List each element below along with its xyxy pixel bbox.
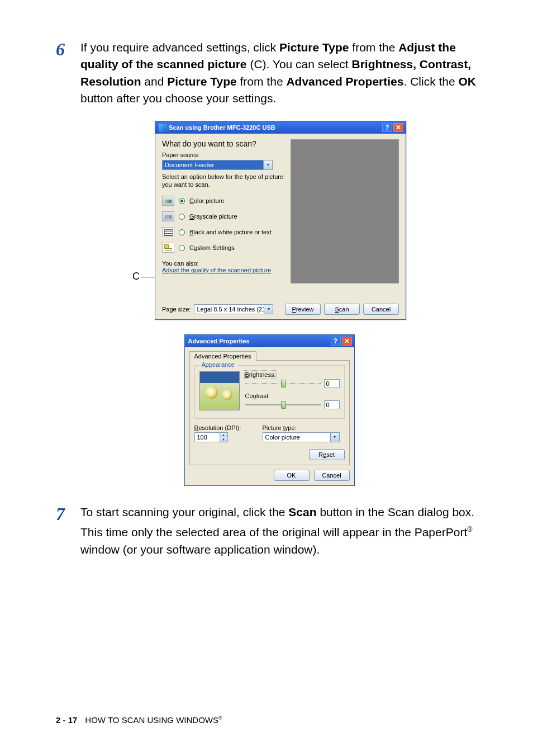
select-hint: Select an option below for the type of p… <box>162 173 284 189</box>
preview-area[interactable] <box>291 139 399 284</box>
paper-source-value: Document Feeder <box>163 160 263 169</box>
radio-color[interactable] <box>179 198 185 204</box>
picture-type-label: Picture type: <box>263 424 345 431</box>
you-can-also-label: You can also: <box>162 260 284 267</box>
appearance-group-title: Appearance <box>199 361 237 368</box>
step-6: 6 If you require advanced settings, clic… <box>56 39 483 107</box>
ok-button[interactable]: OK <box>274 470 310 481</box>
picture-type-select[interactable]: Color picture ▾ <box>263 432 340 442</box>
scan-question: What do you want to scan? <box>162 139 284 148</box>
step-6-num: 6 <box>56 39 80 58</box>
scan-dialog: Scan using Brother MFC-3220C USB ? ✕ Wha… <box>155 121 406 320</box>
radio-grayscale[interactable] <box>179 214 185 220</box>
step-7-para2: This time only the selected area of the … <box>80 524 483 558</box>
custom-settings-icon <box>162 243 174 253</box>
resolution-value: 100 <box>195 433 220 442</box>
you-can-also: You can also: Adjust the quality of the … <box>162 260 284 273</box>
appearance-thumbnail <box>199 371 240 410</box>
scan-dialog-titlebar[interactable]: Scan using Brother MFC-3220C USB ? ✕ <box>155 121 406 134</box>
stepper-down-icon[interactable]: ▼ <box>220 437 227 442</box>
brightness-label: Brightness: <box>245 371 276 378</box>
option-custom-label: Custom Settings <box>189 244 235 251</box>
radio-custom[interactable] <box>179 245 185 251</box>
section-title: HOW TO SCAN USING WINDOWS® <box>85 715 222 725</box>
figures-container: C Scan using Brother MFC-3220C USB ? ✕ W… <box>56 121 483 486</box>
page-size-label: Page size: <box>162 306 191 313</box>
contrast-slider[interactable] <box>245 401 321 409</box>
chevron-down-icon[interactable]: ▾ <box>263 160 272 169</box>
option-color[interactable]: Color picture <box>162 196 284 206</box>
option-grayscale[interactable]: Grayscale picture <box>162 211 284 221</box>
grayscale-picture-icon <box>162 211 174 221</box>
brightness-slider[interactable] <box>245 380 321 388</box>
contrast-label: Contrast: <box>245 393 340 399</box>
callout-c-label: C <box>132 271 140 282</box>
page-size-select[interactable]: Legal 8.5 x 14 inches (216 x 356 ▾ <box>194 304 273 314</box>
close-button[interactable]: ✕ <box>393 123 403 132</box>
option-bw[interactable]: Black and white picture or text <box>162 227 284 237</box>
option-custom[interactable]: Custom Settings <box>162 243 284 253</box>
scan-button[interactable]: Scan <box>324 304 360 315</box>
paper-source-select[interactable]: Document Feeder ▾ <box>162 160 273 170</box>
advanced-properties-dialog: Advanced Properties ? ✕ Advanced Propert… <box>184 334 355 486</box>
contrast-value[interactable]: 0 <box>324 400 340 409</box>
help-button[interactable]: ? <box>382 123 392 132</box>
chevron-down-icon[interactable]: ▾ <box>264 305 273 314</box>
tab-pane: Appearance Brightness: 0 <box>189 360 350 465</box>
tab-advanced-properties[interactable]: Advanced Properties <box>189 351 256 361</box>
stepper-buttons[interactable]: ▲▼ <box>220 433 227 442</box>
step-7-para1: To start scanning your original, click t… <box>80 504 483 521</box>
bw-picture-icon <box>162 227 174 237</box>
option-color-label: Color picture <box>189 197 224 204</box>
close-button[interactable]: ✕ <box>342 337 352 346</box>
adv-dialog-title: Advanced Properties <box>188 338 329 344</box>
page-footer: 2 - 17 HOW TO SCAN USING WINDOWS® <box>56 715 222 725</box>
callout-c-leader-line <box>141 277 155 277</box>
cancel-button[interactable]: Cancel <box>314 470 350 481</box>
resolution-label: Resolution (DPI): <box>194 424 253 431</box>
stepper-up-icon[interactable]: ▲ <box>220 433 227 437</box>
radio-bw[interactable] <box>179 229 185 235</box>
step-7: 7 To start scanning your original, click… <box>56 504 483 558</box>
scan-dialog-title: Scan using Brother MFC-3220C USB <box>169 124 380 131</box>
preview-button[interactable]: Preview <box>285 304 321 315</box>
page-number: 2 - 17 <box>56 715 77 725</box>
picture-type-value: Color picture <box>263 433 330 442</box>
option-grayscale-label: Grayscale picture <box>189 213 237 220</box>
reset-button[interactable]: Reset <box>309 449 345 460</box>
help-button[interactable]: ? <box>331 337 341 346</box>
page-size-value: Legal 8.5 x 14 inches (216 x 356 <box>194 305 264 314</box>
adv-dialog-titlebar[interactable]: Advanced Properties ? ✕ <box>185 335 354 347</box>
paper-source-label: Paper source <box>162 152 284 158</box>
resolution-stepper[interactable]: 100 ▲▼ <box>194 432 228 442</box>
option-bw-label: Black and white picture or text <box>189 229 272 235</box>
chevron-down-icon[interactable]: ▾ <box>330 433 339 442</box>
appearance-group: Appearance Brightness: 0 <box>194 365 345 419</box>
cancel-button[interactable]: Cancel <box>363 304 399 315</box>
scan-dialog-icon <box>159 124 166 131</box>
step-7-num: 7 <box>56 504 80 523</box>
scan-dialog-body: What do you want to scan? Paper source D… <box>155 134 406 319</box>
scan-dialog-wrap: C Scan using Brother MFC-3220C USB ? ✕ W… <box>132 121 406 320</box>
color-picture-icon <box>162 196 174 206</box>
brightness-value[interactable]: 0 <box>324 379 340 388</box>
step-6-body: If you require advanced settings, click … <box>80 39 483 107</box>
adjust-quality-link[interactable]: Adjust the quality of the scanned pictur… <box>162 267 284 273</box>
